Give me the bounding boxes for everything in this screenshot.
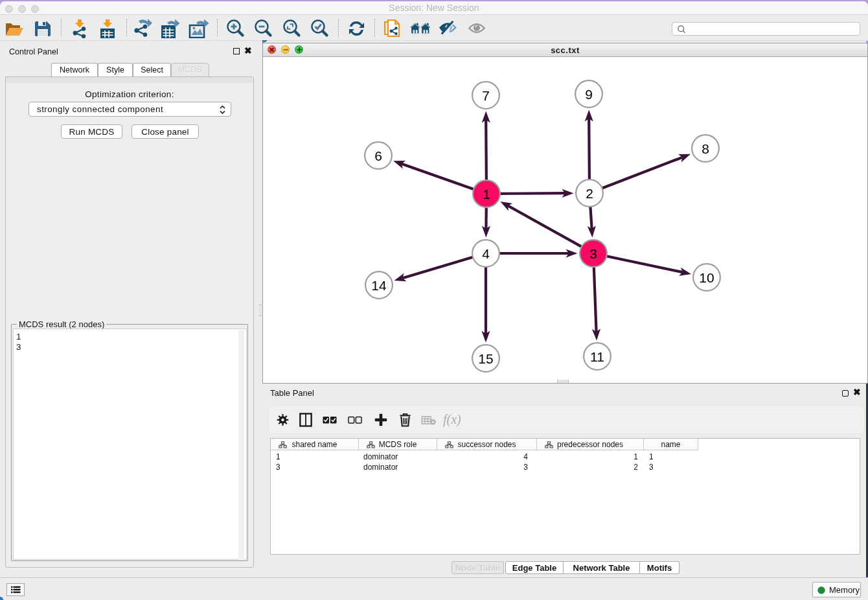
- svg-text:15: 15: [478, 351, 493, 366]
- svg-text:2: 2: [586, 186, 593, 201]
- svg-text:7: 7: [482, 88, 490, 103]
- svg-text:11: 11: [590, 349, 604, 364]
- svg-text:6: 6: [374, 148, 382, 163]
- svg-text:10: 10: [699, 270, 714, 285]
- svg-text:9: 9: [585, 87, 593, 102]
- svg-text:8: 8: [702, 141, 709, 156]
- svg-text:14: 14: [371, 278, 387, 293]
- svg-text:4: 4: [482, 246, 490, 261]
- svg-text:1: 1: [483, 187, 490, 202]
- svg-text:3: 3: [589, 246, 597, 261]
